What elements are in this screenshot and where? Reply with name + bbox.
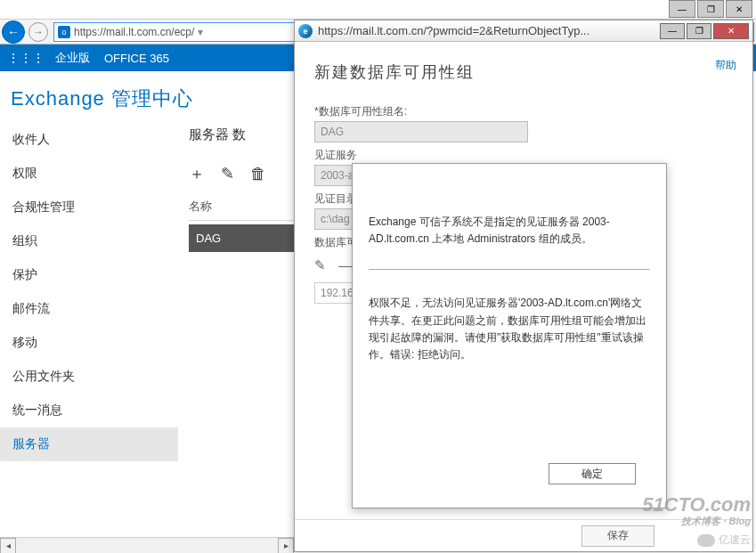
edit-icon[interactable]: ✎: [221, 164, 234, 183]
sidebar-item-7[interactable]: 公用文件夹: [0, 360, 178, 394]
error-message-1: Exchange 可信子系统不是指定的见证服务器 2003-AD.lt.com.…: [369, 214, 650, 270]
office365-label[interactable]: OFFICE 365: [104, 52, 169, 65]
ip-edit-icon[interactable]: ✎: [314, 257, 326, 273]
sidebar-item-2[interactable]: 合规性管理: [0, 191, 178, 224]
dag-name-input[interactable]: [314, 121, 528, 142]
modal-minimize-button[interactable]: —: [660, 23, 685, 39]
sidebar: 收件人权限合规性管理组织保护邮件流移动公用文件夹统一消息服务器: [0, 119, 178, 553]
add-icon[interactable]: ＋: [189, 163, 205, 184]
main-close-button[interactable]: ✕: [726, 0, 752, 18]
main-maximize-button[interactable]: ❐: [697, 0, 724, 18]
enterprise-label[interactable]: 企业版: [55, 50, 90, 66]
scroll-left-arrow[interactable]: ◂: [0, 538, 16, 554]
modal-window: e https://mail.lt.com.cn/?pwmcid=2&Retur…: [294, 20, 753, 552]
main-window-titlebar: — ❐ ✕: [0, 0, 756, 20]
horizontal-scrollbar[interactable]: ◂ ▸: [0, 537, 294, 553]
dag-name-label: *数据库可用性组名:: [314, 104, 733, 119]
witness-server-label: 见证服务: [314, 148, 733, 163]
ip-remove-icon[interactable]: —: [338, 257, 352, 273]
main-minimize-button[interactable]: —: [669, 0, 695, 18]
save-button[interactable]: 保存: [581, 525, 654, 547]
help-link[interactable]: 帮助: [715, 58, 736, 73]
back-button[interactable]: ←: [2, 20, 25, 44]
sidebar-item-0[interactable]: 收件人: [0, 123, 178, 157]
sidebar-item-9[interactable]: 服务器: [0, 427, 178, 461]
sidebar-item-5[interactable]: 邮件流: [0, 292, 178, 326]
forward-button[interactable]: →: [28, 22, 48, 42]
sidebar-item-4[interactable]: 保护: [0, 258, 178, 292]
scroll-right-arrow[interactable]: ▸: [278, 538, 294, 554]
sidebar-item-6[interactable]: 移动: [0, 326, 178, 360]
delete-icon[interactable]: 🗑: [250, 165, 266, 183]
modal-maximize-button[interactable]: ❐: [687, 23, 711, 39]
outlook-icon: o: [58, 26, 70, 38]
ie-icon: e: [298, 24, 313, 38]
error-dialog: Exchange 可信子系统不是指定的见证服务器 2003-AD.lt.com.…: [352, 163, 667, 508]
sidebar-item-3[interactable]: 组织: [0, 224, 178, 258]
app-launcher-icon[interactable]: ⋮⋮⋮: [7, 51, 45, 65]
error-message-2: 权限不足，无法访问见证服务器'2003-AD.lt.com.cn'网络文件共享。…: [369, 295, 650, 363]
error-ok-button[interactable]: 确定: [549, 463, 636, 484]
modal-url: https://mail.lt.com.cn/?pwmcid=2&ReturnO…: [318, 24, 658, 37]
modal-titlebar: e https://mail.lt.com.cn/?pwmcid=2&Retur…: [295, 20, 752, 42]
modal-heading: 新建数据库可用性组: [314, 58, 733, 83]
modal-footer: 保存 取消: [295, 519, 752, 551]
sidebar-item-1[interactable]: 权限: [0, 157, 178, 191]
sidebar-item-8[interactable]: 统一消息: [0, 394, 178, 427]
modal-close-button[interactable]: ✕: [713, 23, 749, 39]
url-text: https://mail.lt.com.cn/ecp/: [74, 26, 194, 38]
